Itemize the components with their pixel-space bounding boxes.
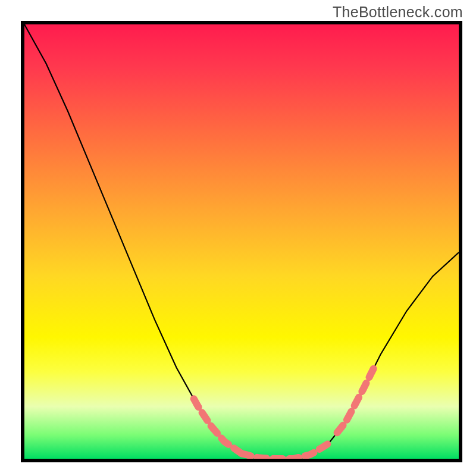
bead-segment-2 (337, 363, 377, 433)
plot-area (21, 21, 462, 462)
bottleneck-curve (24, 24, 459, 459)
bead-segment-1 (242, 443, 328, 459)
bottleneck-curve-svg (24, 24, 459, 459)
chart-frame: TheBottleneck.com (0, 0, 476, 476)
bead-highlight-group (194, 363, 377, 459)
watermark-label: TheBottleneck.com (333, 4, 463, 21)
bead-segment-0 (194, 399, 242, 453)
